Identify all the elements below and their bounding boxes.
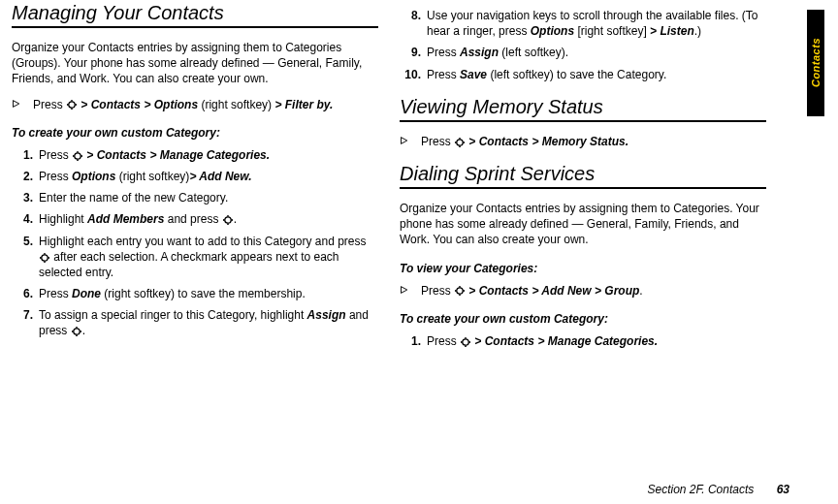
- txt: Press: [33, 98, 66, 111]
- txt: >: [81, 98, 90, 111]
- step-2: 2. Press Options (right softkey)> Add Ne…: [12, 169, 378, 184]
- bullet-text: Press > Contacts > Add New > Group.: [421, 283, 766, 299]
- step-text: Press Save (left softkey) to save the Ca…: [427, 67, 766, 82]
- txt: >: [189, 170, 199, 183]
- txt: Highlight: [39, 212, 87, 226]
- txt: Press: [427, 46, 460, 59]
- txt: Assign: [460, 46, 499, 59]
- svg-point-12: [227, 223, 229, 225]
- txt: Assign: [307, 308, 346, 322]
- svg-point-0: [69, 102, 75, 108]
- txt: (left softkey) to save the Category.: [487, 68, 666, 81]
- svg-point-19: [48, 257, 49, 259]
- txt: Done: [72, 287, 101, 300]
- txt: Press: [39, 287, 72, 300]
- txt: Press: [427, 334, 460, 348]
- svg-point-24: [80, 331, 81, 332]
- svg-point-3: [67, 104, 69, 106]
- txt: >: [534, 334, 548, 348]
- txt: >: [146, 148, 160, 162]
- txt: Filter by.: [285, 98, 334, 111]
- txt: >: [468, 135, 478, 148]
- nav-key-icon: [66, 99, 78, 110]
- svg-point-22: [76, 335, 78, 337]
- step-5: 5. Highlight each entry you want to add …: [12, 234, 378, 281]
- bullet-text: Press > Contacts > Options (right softke…: [33, 97, 378, 112]
- txt: Contacts: [97, 148, 146, 162]
- nav-key-icon: [454, 137, 466, 148]
- svg-point-32: [459, 295, 461, 297]
- txt: >: [141, 98, 154, 111]
- svg-point-18: [40, 257, 42, 259]
- txt: >: [468, 284, 478, 298]
- step-10: 10. Press Save (left softkey) to save th…: [400, 67, 766, 82]
- txt: >: [529, 284, 541, 298]
- txt: .: [82, 324, 85, 337]
- nav-key-icon: [39, 252, 50, 264]
- step-text: To assign a special ringer to this Categ…: [39, 307, 378, 338]
- step-1: 1. Press > Contacts > Manage Categories.: [12, 147, 378, 163]
- txt: Contacts: [479, 284, 529, 298]
- svg-point-7: [77, 159, 79, 161]
- svg-point-15: [42, 254, 48, 260]
- txt: .: [639, 284, 642, 298]
- subhead-create-category-2: To create your own custom Category:: [400, 312, 766, 326]
- txt: [right softkey]: [574, 24, 650, 38]
- step-number: 6.: [12, 286, 33, 301]
- step-d1: 1. Press > Contacts > Manage Categories.: [400, 333, 766, 349]
- step-text: Press Options (right softkey)> Add New.: [39, 169, 378, 184]
- svg-point-4: [75, 104, 77, 106]
- svg-point-20: [73, 329, 79, 334]
- txt: Memory Status.: [542, 135, 628, 148]
- txt: >: [474, 334, 484, 348]
- txt: (right softkey): [198, 98, 274, 111]
- intro-paragraph: Organize your Contacts entries by assign…: [12, 40, 378, 87]
- txt: Press: [421, 284, 454, 298]
- txt: Manage Categories.: [548, 334, 658, 348]
- heading-viewing-memory: Viewing Memory Status: [400, 96, 766, 122]
- txt: (right softkey) to save the membership.: [101, 287, 306, 300]
- txt: Press: [427, 68, 460, 81]
- svg-point-8: [73, 155, 75, 157]
- txt: >: [650, 24, 660, 38]
- txt: Add Members: [87, 212, 164, 226]
- svg-point-26: [459, 137, 461, 139]
- svg-point-5: [75, 152, 81, 158]
- txt: Options: [531, 24, 574, 38]
- txt: To assign a special ringer to this Categ…: [39, 308, 307, 322]
- bullet-memory-status: ᐅ Press > Contacts > Memory Status.: [400, 134, 766, 149]
- footer-section: Section 2F. Contacts: [647, 483, 754, 496]
- step-text: Enter the name of the new Category.: [39, 190, 378, 205]
- txt: (left softkey).: [499, 46, 568, 59]
- step-text: Press Done (right softkey) to save the m…: [39, 286, 378, 301]
- svg-point-37: [465, 345, 467, 347]
- step-number: 4.: [12, 211, 33, 227]
- step-9: 9. Press Assign (left softkey).: [400, 45, 766, 60]
- step-8: 8. Use your navigation keys to scroll th…: [400, 8, 766, 39]
- nav-key-icon: [72, 150, 83, 162]
- txt: Group: [604, 284, 639, 298]
- nav-key-icon: [71, 326, 82, 337]
- step-number: 8.: [400, 8, 421, 39]
- page-content: Managing Your Contacts Organize your Con…: [0, 0, 838, 355]
- step-number: 9.: [400, 45, 421, 60]
- svg-point-36: [465, 336, 467, 338]
- txt: Add New.: [199, 170, 251, 183]
- step-text: Press Assign (left softkey).: [427, 45, 766, 60]
- txt: after each selection. A checkmark appear…: [39, 250, 339, 279]
- svg-point-2: [71, 109, 73, 110]
- txt: Options: [154, 98, 198, 111]
- step-number: 2.: [12, 169, 33, 184]
- txt: Press: [421, 135, 454, 148]
- bullet-text: Press > Contacts > Memory Status.: [421, 134, 766, 149]
- bullet-marker: ᐅ: [400, 283, 421, 299]
- txt: Contacts: [485, 334, 534, 348]
- footer-page-number: 63: [777, 483, 790, 496]
- step-number: 1.: [12, 147, 33, 163]
- nav-key-icon: [454, 285, 466, 297]
- txt: .: [234, 212, 237, 226]
- step-text: Highlight each entry you want to add to …: [39, 234, 378, 281]
- step-text: Use your navigation keys to scroll throu…: [427, 8, 766, 39]
- svg-point-35: [463, 338, 468, 344]
- heading-managing-contacts: Managing Your Contacts: [12, 2, 378, 28]
